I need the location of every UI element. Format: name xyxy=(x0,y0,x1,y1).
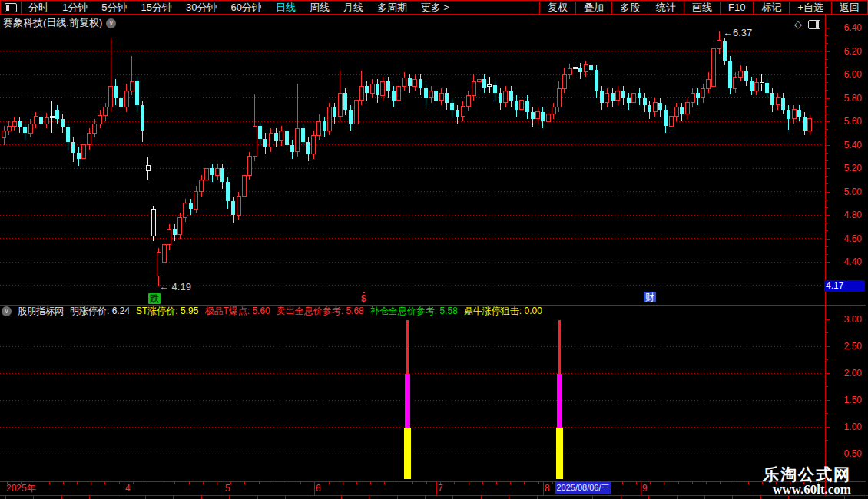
current-price-label: 4.17 xyxy=(824,280,865,292)
period-item[interactable]: 分时 xyxy=(22,2,55,14)
report-event-badge[interactable]: 财 xyxy=(644,292,656,302)
indicator-chevron-down-icon[interactable]: ∨ xyxy=(2,306,12,316)
price-tick xyxy=(826,145,830,146)
xaxis-tick xyxy=(63,481,64,484)
period-item[interactable]: 15分钟 xyxy=(134,2,178,14)
price-tick xyxy=(826,28,830,28)
panel-toggle-icon[interactable] xyxy=(808,20,820,29)
indicator-field: ST涨停价: 5.95 xyxy=(136,305,198,318)
diamond-marker-icon[interactable]: ◇ xyxy=(794,19,802,29)
price-minor-tick xyxy=(826,35,828,36)
period-item[interactable]: 日线 xyxy=(269,2,303,14)
period-item[interactable]: 5分钟 xyxy=(94,2,134,14)
xaxis-tick xyxy=(510,481,511,484)
xaxis-tick xyxy=(454,481,455,484)
price-minor-tick xyxy=(826,106,828,107)
tool-item[interactable]: 叠加 xyxy=(575,2,611,14)
tool-item[interactable]: 画线 xyxy=(684,2,720,14)
price-minor-tick xyxy=(826,67,828,68)
indicator-chart[interactable] xyxy=(0,305,823,481)
price-tick xyxy=(826,239,830,240)
next-pane-tick xyxy=(648,496,649,499)
xaxis-tick xyxy=(384,481,385,484)
xaxis-tick xyxy=(329,481,330,484)
xaxis-label: 2025年 xyxy=(6,483,36,494)
period-item[interactable]: 周线 xyxy=(303,2,336,14)
price-tick-label: 5.20 xyxy=(828,163,862,173)
xaxis-tick xyxy=(650,481,651,484)
tool-item[interactable]: F10 xyxy=(720,2,753,14)
xaxis-tick xyxy=(469,481,469,484)
xaxis-tick xyxy=(426,481,427,484)
period-item[interactable]: 更多 > xyxy=(414,2,456,14)
xaxis-tick xyxy=(636,481,637,484)
xaxis-tick xyxy=(706,481,707,484)
tool-item[interactable]: 统计 xyxy=(648,2,684,14)
period-item[interactable]: 1分钟 xyxy=(55,2,94,14)
next-pane-tick xyxy=(145,496,146,499)
tool-item[interactable]: 返回 xyxy=(831,2,867,14)
tool-item[interactable]: 多股 xyxy=(611,2,648,14)
xaxis-tick xyxy=(482,481,483,484)
next-pane-tick xyxy=(760,496,761,499)
price-tick-label: 6.40 xyxy=(828,22,862,33)
price-minor-tick xyxy=(826,183,828,184)
xaxis-label: 6 xyxy=(316,483,321,494)
drop-event-badge[interactable]: 跌 xyxy=(148,293,161,304)
xaxis-tick xyxy=(748,481,749,484)
indicator-source-label: 股朋指标网 xyxy=(18,305,64,318)
tool-item[interactable]: 复权 xyxy=(539,2,575,14)
price-minor-tick xyxy=(826,129,828,130)
period-item[interactable]: 月线 xyxy=(336,2,370,14)
sub-tick-label: 3.00 xyxy=(828,314,862,325)
period-item[interactable]: 60分钟 xyxy=(224,2,268,14)
xaxis-label: 7 xyxy=(438,483,443,494)
price-tick xyxy=(826,51,830,52)
symbol-title: 赛象科技(日线.前复权) xyxy=(3,16,102,30)
month-separator xyxy=(124,481,124,495)
sub-tick xyxy=(826,427,830,428)
indicator-field: 极品T爆点: 5.60 xyxy=(204,305,270,318)
xaxis-tick xyxy=(273,481,273,484)
svg-text:← 4.19: ← 4.19 xyxy=(159,281,191,292)
xaxis-tick xyxy=(21,481,22,484)
price-tick-label: 6.00 xyxy=(828,69,862,80)
corner-icons: ◇ xyxy=(794,19,820,29)
price-minor-tick xyxy=(826,176,828,177)
dividend-marker[interactable]: $ xyxy=(361,293,366,304)
xaxis-tick xyxy=(314,481,315,484)
xaxis-tick xyxy=(133,481,134,484)
month-separator xyxy=(641,481,641,495)
next-pane-tick xyxy=(313,496,313,499)
xaxis-tick xyxy=(412,481,413,484)
layout-toggle-button[interactable] xyxy=(1,1,22,14)
xaxis-tick xyxy=(399,481,399,484)
next-pane-tick xyxy=(452,496,453,499)
next-pane-tick xyxy=(592,496,593,499)
xaxis-tick xyxy=(440,481,441,484)
next-pane-tick xyxy=(33,496,34,499)
xaxis-tick xyxy=(189,481,190,484)
price-tick xyxy=(826,262,830,263)
price-minor-tick xyxy=(826,82,828,83)
xaxis-tick xyxy=(370,481,371,484)
period-item[interactable]: 多周期 xyxy=(370,2,414,14)
price-tick-label: 4.40 xyxy=(828,256,862,267)
xaxis-tick xyxy=(538,481,539,484)
next-pane-tick xyxy=(677,496,678,499)
next-pane-tick xyxy=(537,496,538,499)
tool-item[interactable]: 标记 xyxy=(753,2,789,14)
next-pane-tick xyxy=(621,496,621,499)
period-item[interactable]: 30分钟 xyxy=(179,2,224,14)
price-tick-label: 6.20 xyxy=(828,46,862,57)
main-candlestick-chart[interactable]: ← 4.19←6.37 xyxy=(0,15,823,305)
next-pane-tick xyxy=(61,496,62,499)
tools-menu: 复权叠加多股统计画线F10标记+自选返回 xyxy=(539,2,867,14)
xaxis-tick xyxy=(343,481,343,484)
price-axis-line xyxy=(825,15,826,495)
chevron-down-icon[interactable]: ∨ xyxy=(106,18,116,28)
xaxis-top-line xyxy=(0,481,866,482)
sub-tick-label: 2.50 xyxy=(828,341,862,352)
tool-item[interactable]: +自选 xyxy=(789,2,831,14)
price-tick xyxy=(826,168,830,169)
